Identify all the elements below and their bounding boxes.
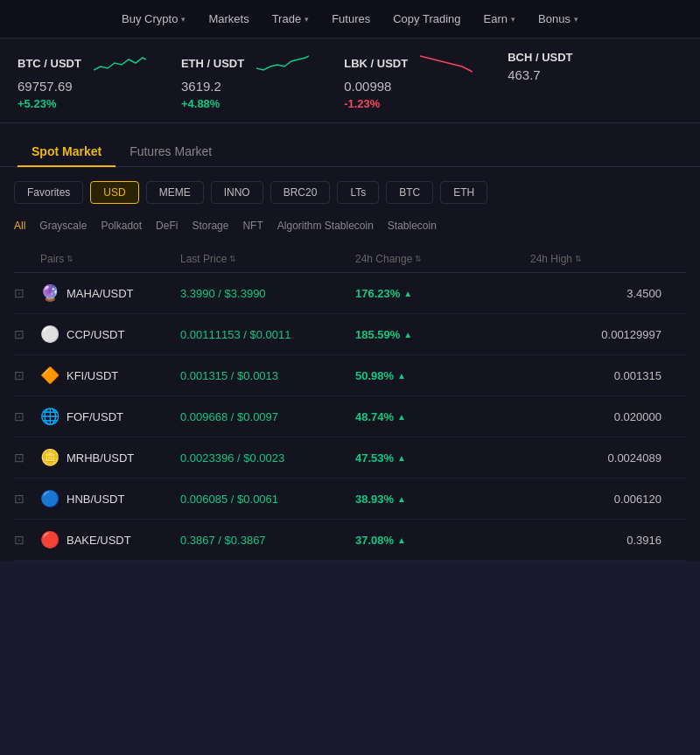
change-cell: 176.23% ▲: [355, 287, 530, 300]
tab-futures-market[interactable]: Futures Market: [116, 137, 226, 167]
bookmark-cell[interactable]: ⊡: [14, 409, 40, 423]
table-row[interactable]: ⊡ 🌐 FOF/USDT 0.009668 / $0.0097 48.74% ▲…: [14, 396, 686, 437]
change-cell: 37.08% ▲: [355, 534, 530, 547]
pair-cell: 🔶 KFI/USDT: [40, 366, 180, 385]
pair-label: FOF/USDT: [66, 410, 123, 423]
btc-sparkline: [94, 51, 146, 75]
change-cell: 47.53% ▲: [355, 451, 530, 465]
coin-icon: 🌐: [40, 407, 60, 426]
filter-storage[interactable]: Storage: [192, 218, 228, 234]
filter-stablecoin[interactable]: Stablecoin: [388, 218, 437, 234]
coin-icon: ⚪: [40, 325, 60, 344]
table-row[interactable]: ⊡ 🪙 MRHB/USDT 0.0023396 / $0.0023 47.53%…: [14, 437, 686, 479]
high-cell: 3.4500: [530, 287, 662, 300]
tab-spot-market[interactable]: Spot Market: [18, 137, 116, 167]
price-cell: 0.0023396 / $0.0023: [180, 451, 355, 465]
nav-markets[interactable]: Markets: [200, 7, 257, 31]
chevron-down-icon: ▾: [181, 15, 186, 24]
coin-icon: 🪙: [40, 448, 60, 467]
header-pairs[interactable]: Pairs ⇅: [40, 253, 180, 265]
pair-cell: 🌐 FOF/USDT: [40, 407, 180, 426]
ticker-lbk[interactable]: LBK / USDT 0.00998 -1.23%: [344, 51, 472, 110]
bookmark-cell[interactable]: ⊡: [14, 286, 40, 300]
header-24h-high[interactable]: 24h High ⇅: [530, 253, 662, 265]
high-cell: 0.0024089: [530, 451, 662, 465]
filter-row2: All Grayscale Polkadot DeFi Storage NFT …: [0, 213, 700, 244]
price-cell: 0.001315 / $0.0013: [180, 369, 355, 382]
pill-eth[interactable]: ETH: [440, 181, 487, 204]
pair-cell: 🪙 MRHB/USDT: [40, 448, 180, 467]
bookmark-icon[interactable]: ⊡: [14, 368, 24, 382]
bookmark-icon[interactable]: ⊡: [14, 327, 24, 341]
pill-inno[interactable]: INNO: [211, 181, 263, 204]
table-row[interactable]: ⊡ ⚪ CCP/USDT 0.00111153 / $0.0011 185.59…: [14, 314, 686, 355]
nav-earn[interactable]: Earn ▾: [475, 7, 524, 31]
filter-polkadot[interactable]: Polkadot: [101, 218, 142, 234]
table-row[interactable]: ⊡ 🔵 HNB/USDT 0.006085 / $0.0061 38.93% ▲…: [14, 479, 686, 520]
ticker-eth[interactable]: ETH / USDT 3619.2 +4.88%: [181, 51, 309, 110]
ticker-row: BTC / USDT 69757.69 +5.23% ETH / USDT 36…: [0, 38, 700, 123]
nav-trade[interactable]: Trade ▾: [263, 7, 318, 31]
bookmark-icon[interactable]: ⊡: [14, 492, 24, 506]
bookmark-cell[interactable]: ⊡: [14, 368, 40, 382]
sort-pairs-icon: ⇅: [66, 255, 74, 263]
high-cell: 0.00129997: [530, 328, 662, 341]
bookmark-icon[interactable]: ⊡: [14, 409, 24, 423]
bookmark-icon[interactable]: ⊡: [14, 451, 24, 465]
sort-price-icon: ⇅: [229, 255, 236, 263]
filter-nft[interactable]: NFT: [242, 218, 262, 234]
bookmark-cell[interactable]: ⊡: [14, 327, 40, 341]
bookmark-cell[interactable]: ⊡: [14, 451, 40, 465]
header-24h-change[interactable]: 24h Change ⇅: [355, 253, 530, 265]
up-triangle-icon: ▲: [397, 371, 406, 381]
filter-all[interactable]: All: [14, 218, 25, 234]
header-last-price[interactable]: Last Price ⇅: [180, 253, 355, 265]
coin-icon: 🔴: [40, 530, 60, 549]
nav-buy-crypto[interactable]: Buy Crypto ▾: [113, 7, 194, 31]
up-triangle-icon: ▲: [403, 330, 412, 339]
nav-bonus[interactable]: Bonus ▾: [529, 7, 587, 31]
pill-lts[interactable]: LTs: [337, 181, 379, 204]
filter-algo-stable[interactable]: Algorithm Stablecoin: [277, 218, 374, 234]
high-cell: 0.020000: [530, 410, 662, 423]
nav-futures[interactable]: Futures: [323, 7, 379, 31]
filter-grayscale[interactable]: Grayscale: [39, 218, 87, 234]
change-cell: 50.98% ▲: [355, 369, 530, 382]
header-bookmark: [14, 253, 40, 265]
table-row[interactable]: ⊡ 🔶 KFI/USDT 0.001315 / $0.0013 50.98% ▲…: [14, 355, 686, 396]
bookmark-cell[interactable]: ⊡: [14, 492, 40, 506]
ticker-btc[interactable]: BTC / USDT 69757.69 +5.23%: [18, 51, 146, 110]
pair-label: HNB/USDT: [66, 493, 124, 506]
bookmark-icon[interactable]: ⊡: [14, 286, 24, 300]
pill-usd[interactable]: USD: [90, 181, 138, 204]
bookmark-icon[interactable]: ⊡: [14, 533, 24, 547]
change-cell: 48.74% ▲: [355, 410, 530, 423]
bookmark-cell[interactable]: ⊡: [14, 533, 40, 547]
high-cell: 0.3916: [530, 534, 662, 547]
pill-btc[interactable]: BTC: [386, 181, 433, 204]
up-triangle-icon: ▲: [397, 412, 406, 422]
price-cell: 0.00111153 / $0.0011: [180, 328, 355, 341]
price-cell: 0.006085 / $0.0061: [180, 493, 355, 506]
market-tabs: Spot Market Futures Market: [0, 123, 700, 167]
ticker-bch[interactable]: BCH / USDT 463.7: [508, 51, 612, 110]
pill-brc20[interactable]: BRC20: [270, 181, 331, 204]
filter-defi[interactable]: DeFi: [156, 218, 178, 234]
market-table: Pairs ⇅ Last Price ⇅ 24h Change ⇅ 24h Hi…: [0, 244, 700, 561]
pill-meme[interactable]: MEME: [146, 181, 204, 204]
pair-cell: 🔮 MAHA/USDT: [40, 283, 180, 303]
nav-copy-trading[interactable]: Copy Trading: [384, 7, 469, 31]
pair-cell: ⚪ CCP/USDT: [40, 325, 180, 344]
table-header: Pairs ⇅ Last Price ⇅ 24h Change ⇅ 24h Hi…: [14, 244, 686, 273]
filter-row1: Favorites USD MEME INNO BRC20 LTs BTC ET…: [0, 167, 700, 213]
up-triangle-icon: ▲: [397, 453, 406, 463]
pair-cell: 🔴 BAKE/USDT: [40, 530, 180, 549]
chevron-down-icon: ▾: [511, 15, 515, 24]
navbar: Buy Crypto ▾ Markets Trade ▾ Futures Cop…: [0, 0, 700, 38]
pill-favorites[interactable]: Favorites: [14, 181, 83, 204]
chevron-down-icon: ▾: [574, 15, 578, 24]
chevron-down-icon: ▾: [304, 15, 309, 24]
table-row[interactable]: ⊡ 🔮 MAHA/USDT 3.3990 / $3.3990 176.23% ▲…: [14, 273, 686, 314]
coin-icon: 🔶: [40, 366, 60, 385]
table-row[interactable]: ⊡ 🔴 BAKE/USDT 0.3867 / $0.3867 37.08% ▲ …: [14, 520, 686, 561]
